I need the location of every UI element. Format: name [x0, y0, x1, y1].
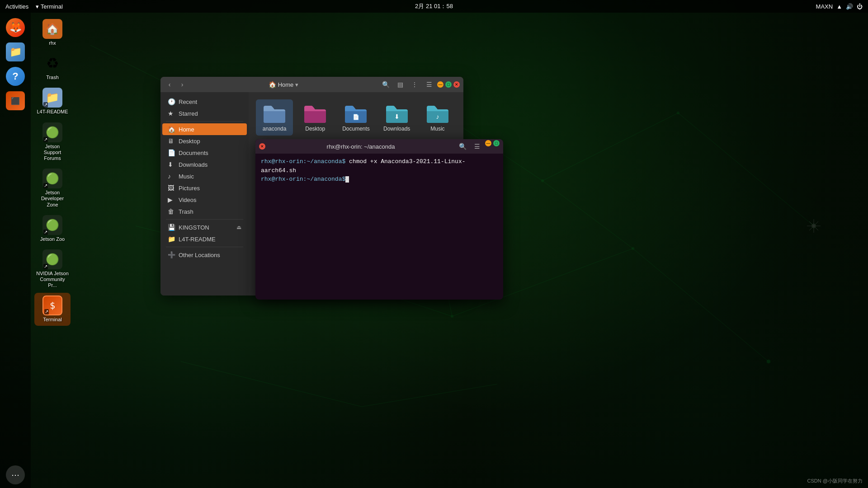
folder-documents[interactable]: 📄 Documents: [337, 99, 374, 136]
terminal-prompt-1: rhx@rhx-orin:~/anaconda$: [261, 158, 345, 165]
view-button[interactable]: ▤: [394, 78, 406, 91]
topbar-user: MAXN: [816, 3, 833, 10]
titlebar-actions: 🔍 ▤ ⋮ ☰ — □ ✕: [379, 78, 460, 91]
terminal-window-buttons: ✕: [259, 143, 265, 150]
svg-point-19: [451, 315, 453, 318]
terminal-menu-button[interactable]: ☰: [471, 140, 483, 153]
svg-line-3: [542, 113, 678, 181]
desktop-icon-jetson-support[interactable]: 🟢 ↗ Jetson Support Forums: [34, 120, 71, 164]
folder-music[interactable]: ♪ Music: [419, 99, 456, 136]
sidebar-item-trash[interactable]: 🗑 Trash: [162, 206, 247, 217]
desktop-icon-nvidia-jetson[interactable]: 🟢 ↗ NVIDIA Jetson Community Pr...: [34, 247, 71, 291]
terminal-maximize-button[interactable]: □: [493, 140, 500, 146]
sidebar-item-recent[interactable]: 🕐 Recent: [162, 96, 247, 108]
forward-button[interactable]: ›: [177, 79, 188, 90]
sidebar-item-other-locations[interactable]: ➕ Other Locations: [162, 249, 247, 261]
terminal-body[interactable]: rhx@rhx-orin:~/anaconda$ chmod +x Anacon…: [255, 154, 503, 300]
desktop-icon-sidebar: 🖥: [168, 137, 175, 145]
activities-label[interactable]: Activities: [5, 3, 28, 10]
videos-icon: ▶: [168, 196, 175, 203]
svg-text:♪: ♪: [436, 113, 439, 120]
sidebar-item-downloads[interactable]: ⬇ Downloads: [162, 159, 247, 170]
sidebar-item-music[interactable]: ♪ Music: [162, 170, 247, 182]
topbar-datetime: 2月 21 01：58: [415, 2, 453, 10]
pictures-icon: 🖼: [168, 184, 175, 192]
terminal-titlebar: ✕ rhx@rhx-orin: ~/anaconda 🔍 ☰ — □: [255, 139, 503, 154]
dock-item-help[interactable]: ?: [3, 65, 28, 88]
dock-show-apps-button[interactable]: ⋯: [6, 465, 25, 484]
desktop-icon-jetson-zoo[interactable]: 🟢 ↗ Jetson Zoo: [34, 212, 71, 245]
svg-line-10: [362, 384, 497, 407]
dock-item-terminal[interactable]: ⬛: [3, 89, 28, 112]
terminal-line-2: rhx@rhx-orin:~/anaconda$: [261, 175, 498, 184]
search-button[interactable]: 🔍: [379, 78, 392, 91]
home-icon: 🏠: [168, 126, 175, 133]
sidebar-item-documents[interactable]: 📄 Documents: [162, 147, 247, 159]
dock: 🦊 📁 ? ⬛ ⋯: [0, 13, 31, 488]
maximize-button[interactable]: □: [445, 81, 452, 88]
sort-button[interactable]: ⋮: [408, 78, 421, 91]
terminal-minimize-button[interactable]: —: [485, 140, 491, 146]
sidebar-item-pictures[interactable]: 🖼 Pictures: [162, 182, 247, 194]
power-icon[interactable]: ⏻: [857, 3, 863, 10]
dock-item-firefox[interactable]: 🦊: [3, 16, 28, 39]
svg-line-13: [542, 181, 633, 249]
topbar-left: Activities ▾ Terminal: [5, 3, 63, 10]
svg-line-24: [809, 221, 818, 230]
sidebar-item-videos[interactable]: ▶ Videos: [162, 194, 247, 206]
svg-point-17: [677, 112, 679, 114]
terminal-title: rhx@rhx-orin: ~/anaconda: [267, 143, 454, 150]
desktop-icon-rhx[interactable]: 🏠 rhx: [34, 16, 71, 49]
eject-button[interactable]: ⏏: [236, 224, 241, 230]
fm-sidebar: 🕐 Recent ★ Starred 🏠 Home 🖥 Desktop 📄 Do…: [160, 92, 249, 296]
documents-icon: 📄: [168, 149, 175, 156]
close-button[interactable]: ✕: [453, 81, 460, 88]
trash-icon-sidebar: 🗑: [168, 208, 175, 215]
desktop-icon-l4t-readme[interactable]: 📁 ↗ L4T-README: [34, 85, 71, 117]
folder-downloads[interactable]: ⬇ Downloads: [378, 99, 415, 136]
dock-item-files[interactable]: 📁: [3, 41, 28, 63]
menu-button[interactable]: ☰: [423, 78, 435, 91]
sidebar-item-desktop[interactable]: 🖥 Desktop: [162, 135, 247, 147]
other-locations-icon: ➕: [168, 251, 175, 258]
back-button[interactable]: ‹: [164, 79, 175, 90]
folder-documents-icon: 📄: [344, 103, 368, 124]
music-icon: ♪: [168, 173, 175, 180]
svg-text:⬇: ⬇: [394, 113, 400, 120]
svg-line-4: [678, 113, 814, 226]
terminal-window: ✕ rhx@rhx-orin: ~/anaconda 🔍 ☰ — □ rhx@r…: [255, 139, 503, 300]
terminal-search-button[interactable]: 🔍: [456, 140, 469, 153]
l4t-readme-icon: 📁: [168, 235, 175, 243]
file-manager-titlebar: ‹ › 🏠 Home ▾ 🔍 ▤ ⋮ ☰ — □ ✕: [160, 77, 463, 92]
kingston-icon: 💾: [168, 224, 175, 231]
bottom-right-text: CSDN @小阪同学在努力: [807, 478, 863, 484]
folder-music-icon: ♪: [426, 103, 449, 124]
folder-downloads-icon: ⬇: [385, 103, 409, 124]
wifi-icon: ▲: [836, 3, 842, 10]
svg-point-21: [767, 360, 770, 363]
desktop-icon-trash[interactable]: ♻ Trash: [34, 51, 71, 83]
terminal-prompt-2: rhx@rhx-orin:~/anaconda$: [261, 176, 345, 183]
desktop-icon-terminal[interactable]: $ ↗ Terminal: [34, 293, 71, 325]
folder-desktop[interactable]: Desktop: [297, 99, 334, 136]
svg-point-20: [632, 247, 634, 250]
desktop-icon-jetson-dev[interactable]: 🟢 ↗ Jetson Developer Zone: [34, 166, 71, 211]
svg-line-8: [633, 249, 769, 361]
sidebar-item-kingston[interactable]: 💾 KINGSTON ⏏: [162, 221, 247, 233]
path-dropdown-icon[interactable]: ▾: [295, 81, 298, 88]
minimize-button[interactable]: —: [437, 81, 443, 88]
svg-line-9: [181, 361, 362, 407]
sidebar-item-home[interactable]: 🏠 Home: [162, 123, 247, 135]
folder-desktop-icon: [303, 103, 327, 124]
downloads-icon: ⬇: [168, 161, 175, 168]
titlebar-center: 🏠 Home ▾: [189, 81, 377, 88]
svg-line-23: [809, 221, 818, 230]
sidebar-item-starred[interactable]: ★ Starred: [162, 108, 247, 119]
terminal-actions: 🔍 ☰ — □: [456, 140, 500, 153]
sidebar-item-l4t-readme[interactable]: 📁 L4T-README: [162, 233, 247, 245]
sound-icon: 🔊: [846, 3, 853, 10]
terminal-menu[interactable]: ▾ Terminal: [36, 3, 63, 10]
folder-anaconda[interactable]: anaconda: [256, 99, 293, 136]
terminal-close-button[interactable]: ✕: [259, 143, 265, 150]
recent-icon: 🕐: [168, 98, 175, 105]
